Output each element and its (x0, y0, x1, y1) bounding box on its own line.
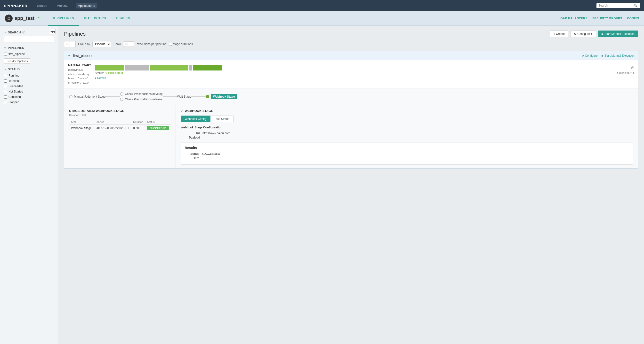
create-button[interactable]: + Create (550, 30, 568, 37)
collapse-all-button[interactable]: − (70, 41, 76, 47)
config-payload-row: Payload (181, 136, 633, 139)
pipeline-start-exec-link[interactable]: ▶ Start Manual Execution (602, 54, 634, 57)
status-not-started-checkbox[interactable] (4, 90, 7, 93)
app-name: app_test (14, 15, 34, 21)
results-box: Results Status SUCCEEDED Info (181, 142, 633, 164)
status-running-checkbox[interactable] (4, 74, 7, 77)
app-nav-right: LOAD BALANCERS SECURITY GROUPS CONFIG (558, 17, 639, 20)
expand-all-button[interactable]: + (64, 41, 70, 47)
pipeline-first-label[interactable]: first_pipeline (8, 52, 25, 56)
stage-circle-1 (69, 95, 72, 98)
config-link[interactable]: CONFIG (627, 17, 639, 20)
status-stopped-label: Stopped (8, 100, 20, 104)
pipeline-configure-link[interactable]: ⚙ Configure (582, 54, 598, 57)
stage-dur-label[interactable]: stage durations (169, 42, 193, 46)
global-search[interactable]: 🔍 (596, 3, 640, 8)
col-step: Step (69, 119, 94, 124)
nav-clusters[interactable]: ⊞ CLUSTERS (79, 11, 111, 26)
nav-tasks[interactable]: ≡ TASKS (111, 11, 135, 26)
stage-label-3[interactable]: Check Preconditions release (125, 98, 162, 101)
status-badge: SUCCEEDED (147, 126, 169, 130)
stage-details-title: STAGE DETAILS: WEBHOOK STAGE (69, 109, 171, 113)
stage-dur-text: stage durations (173, 42, 193, 46)
app-logo: □ app_test ↻ (5, 14, 40, 22)
refresh-icon[interactable]: ↻ (37, 16, 40, 20)
sidebar-search-input-wrapper[interactable] (4, 36, 54, 42)
payload-label: Payload (181, 136, 200, 139)
group-by-label: Group by (78, 42, 90, 46)
pipelines-icon: ≡ (53, 16, 55, 20)
pipeline-card-header: ▼ first_pipeline ⚙ Configure ▶ Start Man… (64, 51, 638, 60)
bar-3 (150, 65, 188, 70)
stage-node-2: Check Preconditions develop (120, 92, 162, 96)
execution-ci-version: ci_version: "1.0.0" (68, 81, 91, 85)
stage-label-1[interactable]: Manual Judgment Stage (74, 95, 106, 98)
table-row: Webhook Stage 2017-12-03 05:22:02 PST 00… (69, 124, 171, 132)
nav-projects[interactable]: Projects (55, 3, 70, 8)
status-succeeded-label: Succeeded (8, 84, 23, 88)
pipeline-search-input[interactable] (4, 36, 54, 42)
pipeline-first-checkbox[interactable] (4, 52, 7, 56)
tab-task-status[interactable]: Task Status (210, 116, 234, 122)
tab-bar: Webhook Config Task Status (181, 116, 633, 122)
stage-node-3: Check Preconditions release (120, 98, 162, 101)
status-terminal-checkbox[interactable] (4, 79, 7, 83)
show-count-input[interactable] (123, 41, 134, 47)
webhook-config-title: Webhook Stage Configuration (181, 126, 633, 129)
webhook-title-text: WEBHOOK STAGE (185, 109, 213, 113)
stage-circle-2 (120, 92, 124, 96)
status-running-label: Running (8, 74, 20, 77)
sidebar-collapse-button[interactable]: ◀◀ (50, 28, 56, 34)
webhook-config-section: Webhook Stage Configuration Url http://w… (181, 126, 633, 139)
security-groups-link[interactable]: SECURITY GROUPS (592, 17, 622, 20)
group-by-select-wrapper[interactable]: Pipeline (92, 41, 111, 47)
clusters-icon: ⊞ (84, 16, 87, 20)
execution-trigger: MANUAL START (68, 63, 91, 68)
row-step: Webhook Stage (69, 124, 94, 132)
status-stopped-checkbox[interactable] (4, 101, 7, 104)
nav-search[interactable]: Search (35, 3, 49, 8)
show-count-wrapper[interactable] (123, 41, 134, 47)
app-navigation: ≡ PIPELINES ⊞ CLUSTERS ≡ TASKS (48, 11, 558, 26)
status-succeeded-checkbox[interactable] (4, 85, 7, 88)
sidebar-pipelines-header[interactable]: ▼ PIPELINES (4, 46, 54, 50)
stage-label-webhook[interactable]: Webhook Stage (211, 94, 238, 99)
sidebar: ◀◀ ▼ SEARCH ⓘ ▼ PIPELINES first_pipeline (0, 26, 58, 344)
stage-circle-3 (120, 98, 124, 101)
execution-duration: Duration: 00:11 (616, 71, 634, 75)
status-running: Running (4, 73, 54, 78)
tab-webhook-config[interactable]: Webhook Config (181, 116, 210, 122)
nav-pipelines[interactable]: ≡ PIPELINES (48, 11, 79, 26)
sidebar-search-header[interactable]: ▼ SEARCH ⓘ (4, 30, 54, 34)
stage-pipeline-view: Manual Judgment Stage Check Precondition… (64, 88, 638, 105)
stage-label-wait[interactable]: Wait Stage (177, 95, 191, 98)
pipeline-card-first: ▼ first_pipeline ⚙ Configure ▶ Start Man… (64, 51, 638, 169)
details-link[interactable]: ▾ Details (95, 76, 106, 80)
execution-time: a few seconds ago (68, 72, 91, 76)
pipeline-collapse-arrow[interactable]: ▼ (68, 54, 70, 57)
status-stopped: Stopped (4, 100, 54, 105)
bar-1 (95, 65, 124, 70)
page-header: Pipelines + Create ⚙ Configure ▾ ▶ Start… (64, 30, 638, 37)
stage-durations-checkbox[interactable] (169, 43, 172, 46)
row-duration: 00:00 (131, 124, 145, 132)
status-canceled-checkbox[interactable] (4, 95, 7, 99)
stage-durations-wrapper[interactable]: stage durations (169, 42, 193, 46)
pipelines-label: PIPELINES (56, 16, 74, 20)
execution-status: Status: SUCCEEDED (95, 71, 123, 75)
group-by-select[interactable]: Pipeline (92, 41, 111, 47)
load-balancers-link[interactable]: LOAD BALANCERS (558, 17, 588, 20)
bar-2 (125, 65, 149, 70)
stage-label-2[interactable]: Check Preconditions develop (125, 92, 162, 96)
execution-status-row: Status: SUCCEEDED Duration: 00:11 (95, 71, 634, 75)
start-manual-execution-button[interactable]: ▶ Start Manual Execution (598, 30, 638, 37)
show-label: Show (114, 42, 121, 46)
delete-execution-button[interactable]: 🗑 (631, 66, 634, 70)
pipelines-arrow-icon: ▼ (4, 47, 6, 49)
sidebar-status-header[interactable]: ▼ STATUS (4, 68, 54, 71)
stage-details-right: ✓ WEBHOOK STAGE Webhook Config Task Stat… (176, 105, 638, 168)
search-input[interactable] (598, 4, 632, 7)
configure-button[interactable]: ⚙ Configure ▾ (570, 30, 596, 37)
reorder-pipelines-button[interactable]: Reorder Pipelines (4, 58, 30, 64)
nav-applications[interactable]: Applications (76, 3, 97, 8)
